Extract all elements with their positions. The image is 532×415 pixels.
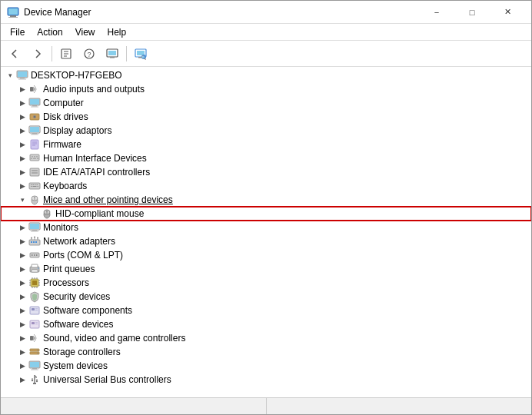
svg-rect-22: [30, 87, 33, 91]
svg-rect-2: [8, 17, 18, 18]
properties-button[interactable]: [55, 44, 77, 64]
computer-icon: [28, 97, 41, 109]
tree-item-display[interactable]: ▶ Display adaptors: [1, 124, 531, 138]
svg-rect-113: [31, 370, 38, 370]
root-expand-icon[interactable]: ▾: [4, 69, 16, 81]
help-button[interactable]: ?: [78, 44, 100, 64]
svg-rect-111: [30, 362, 39, 367]
firmware-expand-icon[interactable]: ▶: [16, 138, 28, 151]
tree-item-hid[interactable]: ▶ Human Interface Devices: [1, 151, 531, 165]
app-icon: [7, 6, 19, 18]
svg-point-74: [37, 237, 38, 239]
storage-expand-icon[interactable]: ▶: [16, 346, 28, 358]
svg-rect-54: [33, 186, 37, 187]
tree-item-software-comp[interactable]: ▶ Software components: [1, 304, 531, 317]
update-driver-button[interactable]: [101, 44, 123, 64]
maximize-button[interactable]: □: [454, 1, 490, 24]
tree-item-network[interactable]: ▶ Network adapters: [1, 234, 531, 248]
svg-rect-20: [20, 78, 25, 79]
tree-item-ide[interactable]: ▶ IDE ATA/ATAPI controllers: [1, 165, 531, 179]
tree-item-monitors[interactable]: ▶ Monitors: [1, 221, 531, 234]
audio-expand-icon[interactable]: ▶: [16, 83, 28, 95]
tree-item-mice[interactable]: ▾ Mice and other pointing devices: [1, 193, 531, 207]
toolbar-sep-1: [52, 46, 52, 61]
toolbar-sep-2: [126, 46, 127, 61]
print-expand-icon[interactable]: ▶: [16, 263, 28, 275]
minimize-button[interactable]: −: [419, 1, 454, 24]
tree-item-security[interactable]: ▶ Security devices: [1, 290, 531, 304]
ide-expand-icon[interactable]: ▶: [16, 166, 28, 178]
svg-rect-43: [33, 158, 36, 160]
svg-point-114: [32, 380, 33, 381]
menu-file[interactable]: File: [4, 25, 31, 39]
computer-expand-icon[interactable]: ▶: [16, 97, 28, 109]
tree-item-keyboards[interactable]: ▶ Keyboards: [1, 179, 531, 193]
svg-rect-3: [8, 8, 18, 15]
disk-expand-icon[interactable]: ▶: [16, 111, 28, 123]
mice-expand-icon[interactable]: ▾: [16, 194, 28, 206]
forward-button[interactable]: [27, 44, 48, 64]
hid-icon: [28, 152, 41, 164]
security-expand-icon[interactable]: ▶: [16, 290, 28, 303]
svg-rect-19: [18, 71, 27, 77]
menu-help[interactable]: Help: [101, 25, 133, 39]
title-bar-left: Device Manager: [7, 6, 91, 18]
tree-item-sound[interactable]: ▶ Sound, video and game controllers: [1, 331, 531, 345]
tree-item-audio[interactable]: ▶ Audio inputs and outputs: [1, 82, 531, 96]
tree-item-processors[interactable]: ▶: [1, 276, 531, 290]
tree-item-usb[interactable]: ▶ Universal Serial Bus controllers: [1, 373, 531, 387]
svg-rect-49: [31, 184, 32, 185]
processors-label: Processors: [43, 277, 89, 288]
display-expand-icon[interactable]: ▶: [16, 124, 28, 137]
tree-item-software-dev[interactable]: ▶ Software devices: [1, 317, 531, 331]
software-comp-expand-icon[interactable]: ▶: [16, 304, 28, 317]
hid-mouse-icon: [41, 208, 53, 220]
show-hidden-button[interactable]: 🔍: [130, 44, 151, 64]
tree-item-disk[interactable]: ▶ Disk drives: [1, 110, 531, 124]
monitors-expand-icon[interactable]: ▶: [16, 221, 28, 234]
menu-view[interactable]: View: [69, 25, 101, 39]
computer-label: Computer: [43, 98, 84, 108]
tree-item-ports[interactable]: ▶ Ports (COM & LPT): [1, 248, 531, 262]
network-expand-icon[interactable]: ▶: [16, 235, 28, 247]
system-expand-icon[interactable]: ▶: [16, 360, 28, 372]
close-button[interactable]: ✕: [490, 1, 525, 24]
title-buttons: − □ ✕: [419, 1, 525, 24]
svg-rect-11: [108, 51, 116, 55]
svg-rect-41: [36, 156, 38, 158]
sound-expand-icon[interactable]: ▶: [16, 332, 28, 344]
tree-item-computer[interactable]: ▶ Computer: [1, 96, 531, 110]
keyboards-expand-icon[interactable]: ▶: [16, 180, 28, 192]
svg-rect-50: [33, 184, 35, 185]
processors-icon: [28, 277, 41, 289]
sound-icon: [28, 332, 41, 344]
back-button[interactable]: [4, 44, 25, 64]
tree-area[interactable]: ▾ DESKTOP-H7FGEBO ▶: [1, 67, 531, 397]
ports-expand-icon[interactable]: ▶: [16, 249, 28, 261]
svg-text:🔍: 🔍: [141, 55, 147, 60]
tree-root[interactable]: ▾ DESKTOP-H7FGEBO: [1, 68, 531, 82]
hid-expand-icon[interactable]: ▶: [16, 152, 28, 164]
firmware-icon: [28, 138, 41, 151]
audio-label: Audio inputs and outputs: [43, 84, 145, 95]
svg-rect-97: [30, 307, 39, 314]
svg-point-72: [31, 237, 32, 239]
tree-item-hid-mouse[interactable]: ▶ HID-compliant mouse: [1, 207, 531, 221]
tree-item-system[interactable]: ▶ System devices: [1, 359, 531, 373]
tree-item-print[interactable]: ▶ Print queues: [1, 262, 531, 276]
svg-rect-24: [30, 99, 39, 105]
usb-icon: [28, 374, 41, 386]
svg-rect-44: [37, 158, 38, 160]
tree-item-storage[interactable]: ▶ Storage controllers: [1, 345, 531, 359]
software-comp-icon: [28, 304, 41, 317]
tree-item-firmware[interactable]: ▶ Firmware: [1, 138, 531, 151]
svg-rect-1: [10, 15, 16, 17]
usb-expand-icon[interactable]: ▶: [16, 374, 28, 386]
root-label: DESKTOP-H7FGEBO: [31, 70, 121, 81]
title-bar: Device Manager − □ ✕: [1, 1, 531, 24]
svg-rect-46: [32, 170, 38, 171]
menu-action[interactable]: Action: [31, 25, 68, 39]
processors-expand-icon[interactable]: ▶: [16, 277, 28, 289]
svg-point-108: [37, 350, 38, 351]
software-dev-expand-icon[interactable]: ▶: [16, 318, 28, 330]
